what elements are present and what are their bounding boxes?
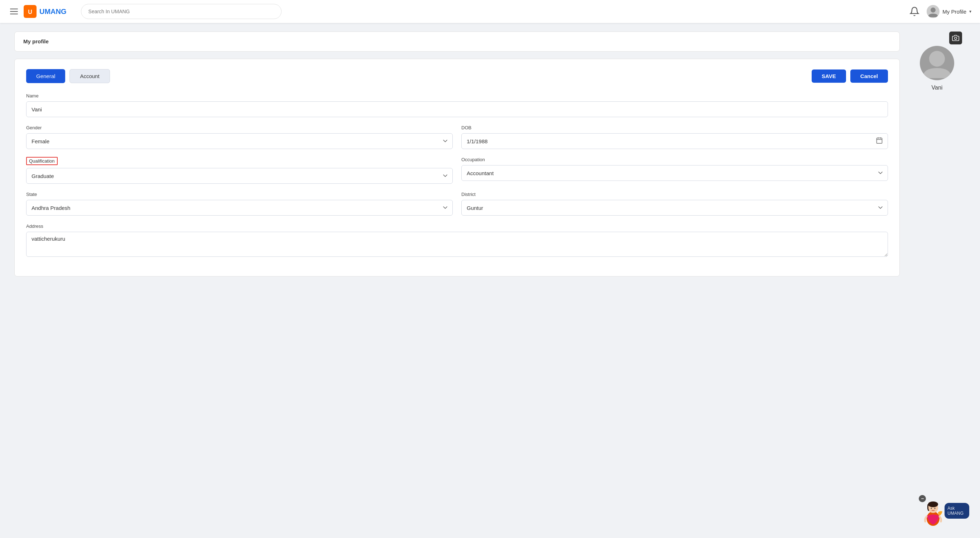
district-select[interactable]: Guntur Krishna East Godavari West Godava… [461,200,888,216]
state-label: State [26,192,453,197]
umang-character [922,498,945,524]
user-avatar-icon [920,46,954,80]
gender-select[interactable]: Female Male Other [26,133,453,149]
header: U UMANG My Profile ▾ [0,0,980,23]
qualification-field-group: Qualification Graduate Post Graduate Und… [26,157,453,184]
svg-point-12 [931,508,932,509]
svg-text:U: U [28,9,32,15]
occupation-select[interactable]: Accountant Engineer Doctor Teacher Other [461,165,888,181]
state-field-group: State Andhra Pradesh Telangana Karnataka… [26,192,453,216]
profile-form-card: General Account SAVE Cancel Name Gender [14,59,900,277]
hamburger-menu[interactable] [9,7,19,16]
search-bar[interactable] [81,4,282,19]
tab-account[interactable]: Account [70,69,110,83]
breadcrumb-card: My profile [14,32,900,52]
logo-area: U UMANG [24,5,67,18]
dob-field-group: DOB [461,125,888,149]
main-content: My profile General Account SAVE Cancel N… [0,23,980,285]
occupation-field-group: Occupation Accountant Engineer Doctor Te… [461,157,888,184]
district-field-group: District Guntur Krishna East Godavari We… [461,192,888,216]
address-textarea[interactable]: vatticherukuru [26,232,888,257]
state-district-row: State Andhra Pradesh Telangana Karnataka… [26,192,888,223]
tabs-row: General Account SAVE Cancel [26,69,888,83]
cancel-button[interactable]: Cancel [850,70,888,83]
state-select[interactable]: Andhra Pradesh Telangana Karnataka Tamil… [26,200,453,216]
bell-icon[interactable] [910,6,920,16]
profile-area[interactable]: My Profile ▾ [927,5,971,18]
tab-general[interactable]: General [26,69,65,83]
ask-umang-widget[interactable]: − [922,498,969,524]
chevron-down-icon: ▾ [969,9,971,14]
avatar-small [927,5,940,18]
profile-name: My Profile [942,9,966,15]
name-input[interactable] [26,101,888,117]
user-icon-small [927,5,940,18]
gender-label: Gender [26,125,453,131]
ask-umang-bubble[interactable]: Ask UMANG [945,503,969,519]
address-label: Address [26,223,888,229]
camera-button[interactable] [949,32,962,45]
dob-label: DOB [461,125,888,131]
dob-input[interactable] [461,133,888,149]
name-field-group: Name [26,93,888,117]
qualification-select[interactable]: Graduate Post Graduate Under Graduate Do… [26,168,453,184]
qualification-label: Qualification [26,157,58,165]
occupation-label: Occupation [461,157,888,162]
name-label: Name [26,93,888,99]
content-area: My profile General Account SAVE Cancel N… [14,32,900,277]
camera-icon [952,34,959,41]
avatar-large [920,46,954,80]
district-label: District [461,192,888,197]
header-right: My Profile ▾ [910,5,971,18]
address-field-group: Address vatticherukuru [26,223,888,258]
umang-logo-icon: U [24,5,37,18]
avatar-name: Vani [932,84,943,91]
tabs-left: General Account [26,69,110,83]
save-button[interactable]: SAVE [811,70,846,83]
tabs-right: SAVE Cancel [811,70,888,83]
svg-point-7 [955,37,957,40]
svg-point-11 [928,501,938,507]
dob-input-wrapper [461,133,888,149]
search-input[interactable] [81,4,282,19]
breadcrumb-text: My profile [23,38,49,45]
svg-point-13 [934,508,935,509]
gender-field-group: Gender Female Male Other [26,125,453,149]
right-sidebar: Vani [908,32,966,277]
qualification-occupation-row: Qualification Graduate Post Graduate Und… [26,157,888,192]
gender-dob-row: Gender Female Male Other DOB [26,125,888,157]
svg-point-8 [929,51,945,67]
svg-point-2 [931,8,935,13]
logo-text: UMANG [40,8,67,16]
header-left: U UMANG [9,5,67,18]
ask-umang-text: Ask UMANG [947,506,964,516]
